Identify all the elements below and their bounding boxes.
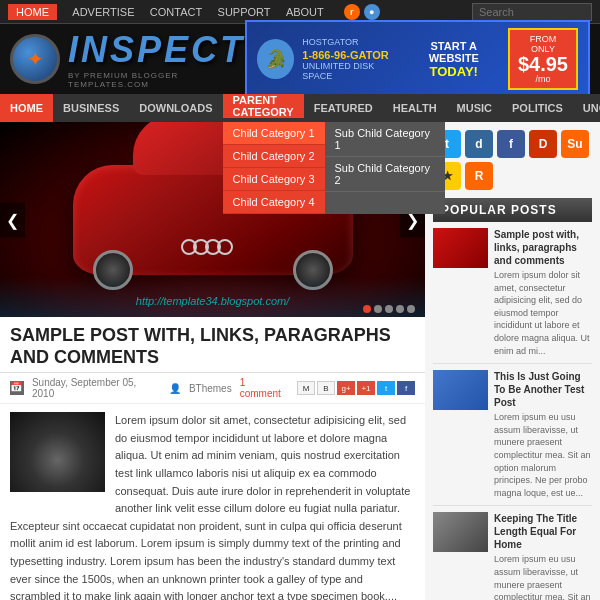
popular-post-text-3: Keeping The Title Length Equal For Home … [494,512,592,600]
audi-rings [185,239,233,255]
nav-contact[interactable]: CONTACT [150,6,202,18]
post-title-area: SAMPLE POST WITH, LINKS, PARAGRAPHS AND … [0,317,425,373]
top-icons: r ● [344,4,380,20]
dropdown-col-1: Child Category 1 Child Category 2 Child … [223,122,325,214]
header-advertisement[interactable]: 🐊 HOSTGATOR 1-866-96-GATOR UNLIMITED DIS… [245,20,590,98]
social-rss-button[interactable]: R [465,162,493,190]
sub-child1[interactable]: Sub Child Category 1 [325,122,445,157]
dropdown-child3[interactable]: Child Category 3 [223,168,325,191]
popular-post-title-2[interactable]: This Is Just Going To Be Another Test Po… [494,370,592,409]
popular-post-title-1[interactable]: Sample post with, links, paragraphs and … [494,228,592,267]
dropdown-child4[interactable]: Child Category 4 [223,191,325,214]
mainnav-politics[interactable]: POLITICS [502,94,573,122]
ad-brand: HOSTGATOR [302,37,399,47]
search-input[interactable] [472,3,592,21]
ad-cta-area: START A WEBSITE TODAY! [408,40,500,79]
mainnav-health[interactable]: HEALTH [383,94,447,122]
rss-icon[interactable]: r [344,4,360,20]
slider-watermark: http://template34.blogspot.com/ [136,295,289,307]
share-icons: M B g+ +1 t f [297,381,415,395]
search-area [472,3,592,21]
nav-advertise[interactable]: ADVERTISE [72,6,134,18]
ad-from-label: FROM ONLY [518,34,568,54]
slider-dot-5[interactable] [407,305,415,313]
ad-price-box: FROM ONLY $4.95 /mo [508,28,578,90]
logo-text-area: INSPECT BY PREMIUM BLOGGER TEMPLATES.COM [68,29,245,89]
sub-child2[interactable]: Sub Child Category 2 [325,157,445,192]
ad-text-area: HOSTGATOR 1-866-96-GATOR UNLIMITED DISK … [302,37,399,81]
main-navigation: HOME BUSINESS DOWNLOADS PARENT CATEGORY … [0,94,600,122]
mainnav-featured[interactable]: FEATURED [304,94,383,122]
post-comments-link[interactable]: 1 comment [240,377,289,399]
nav-home[interactable]: HOME [8,4,57,20]
popular-post-excerpt-1: Lorem ipsum dolor sit amet, consectetur … [494,269,592,357]
sidebar-social-buttons: t d f D Su ★ R [433,130,592,190]
dropdown-child2[interactable]: Child Category 2 [223,145,325,168]
popular-post-excerpt-3: Lorem ipsum eu usu assum liberavisse, ut… [494,553,592,600]
ad-tagline1: START A WEBSITE [408,40,500,64]
slider-dot-3[interactable] [385,305,393,313]
hostgator-logo: 🐊 [257,39,294,79]
globe-icon[interactable]: ● [364,4,380,20]
site-header: INSPECT BY PREMIUM BLOGGER TEMPLATES.COM… [0,24,600,94]
slider-dots [363,305,415,313]
share-google-button[interactable]: g+ [337,381,355,395]
logo-area: INSPECT BY PREMIUM BLOGGER TEMPLATES.COM [10,29,245,89]
post-date: Sunday, September 05, 2010 [32,377,161,399]
nav-about[interactable]: ABOUT [286,6,324,18]
popular-post-3: Keeping The Title Length Equal For Home … [433,506,592,600]
popular-post-image-1 [433,228,488,268]
share-g1-button[interactable]: +1 [357,381,375,395]
ad-phone: 1-866-96-GATOR [302,49,399,61]
popular-post-image-3 [433,512,488,552]
mainnav-parent-category-wrapper: PARENT CATEGORY Child Category 1 Child C… [223,94,304,122]
mainnav-uncategorized[interactable]: UNCATEGORIZED [573,94,600,122]
popular-post-title-3[interactable]: Keeping The Title Length Equal For Home [494,512,592,551]
slider-dot-2[interactable] [374,305,382,313]
mainnav-home[interactable]: HOME [0,94,53,122]
dropdown-menu: Child Category 1 Child Category 2 Child … [223,122,445,214]
popular-post-text-1: Sample post with, links, paragraphs and … [494,228,592,357]
ad-price-value: $4.95 [518,54,568,74]
share-bookmark-button[interactable]: B [317,381,335,395]
ad-per-month: /mo [518,74,568,84]
popular-posts-widget: POPULAR POSTS Sample post with, links, p… [433,198,592,600]
author-icon: 👤 [169,383,181,394]
popular-post-image-2 [433,370,488,410]
site-subtitle: BY PREMIUM BLOGGER TEMPLATES.COM [68,71,245,89]
share-twitter-button[interactable]: t [377,381,395,395]
popular-posts-title: POPULAR POSTS [433,198,592,222]
dropdown-col-sub: Sub Child Category 1 Sub Child Category … [325,122,445,214]
popular-post-excerpt-2: Lorem ipsum eu usu assum liberavisse, ut… [494,411,592,499]
nav-support[interactable]: SUPPORT [218,6,271,18]
social-su-button[interactable]: Su [561,130,589,158]
post-author: BThemes [189,383,232,394]
slider-dot-4[interactable] [396,305,404,313]
slider-dot-1[interactable] [363,305,371,313]
social-facebook-button[interactable]: f [497,130,525,158]
social-digg2-button[interactable]: D [529,130,557,158]
ad-tagline2: TODAY! [408,64,500,79]
mainnav-downloads[interactable]: DOWNLOADS [129,94,222,122]
popular-post-text-2: This Is Just Going To Be Another Test Po… [494,370,592,499]
share-facebook-button[interactable]: f [397,381,415,395]
site-title: INSPECT [68,29,245,71]
calendar-icon: 📅 [10,381,24,395]
slider-prev-button[interactable]: ❮ [0,202,25,237]
mainnav-business[interactable]: BUSINESS [53,94,129,122]
post-meta: 📅 Sunday, September 05, 2010 👤 BThemes 1… [0,373,425,404]
popular-post-2: This Is Just Going To Be Another Test Po… [433,364,592,506]
share-mail-button[interactable]: M [297,381,315,395]
ad-disk-space: UNLIMITED DISK SPACE [302,61,399,81]
post-title: SAMPLE POST WITH, LINKS, PARAGRAPHS AND … [10,325,415,368]
post-inline-image [10,412,105,492]
sidebar: t d f D Su ★ R POPULAR POSTS Sample post… [425,122,600,600]
logo-compass-icon [10,34,60,84]
car2-graphic [10,412,105,492]
top-navigation: HOME ADVERTISE CONTACT SUPPORT ABOUT [8,5,336,19]
popular-post-1: Sample post with, links, paragraphs and … [433,222,592,364]
mainnav-music[interactable]: MUSIC [447,94,502,122]
dropdown-child1[interactable]: Child Category 1 [223,122,325,145]
social-digg-button[interactable]: d [465,130,493,158]
mainnav-parent-category[interactable]: PARENT CATEGORY [223,94,304,118]
